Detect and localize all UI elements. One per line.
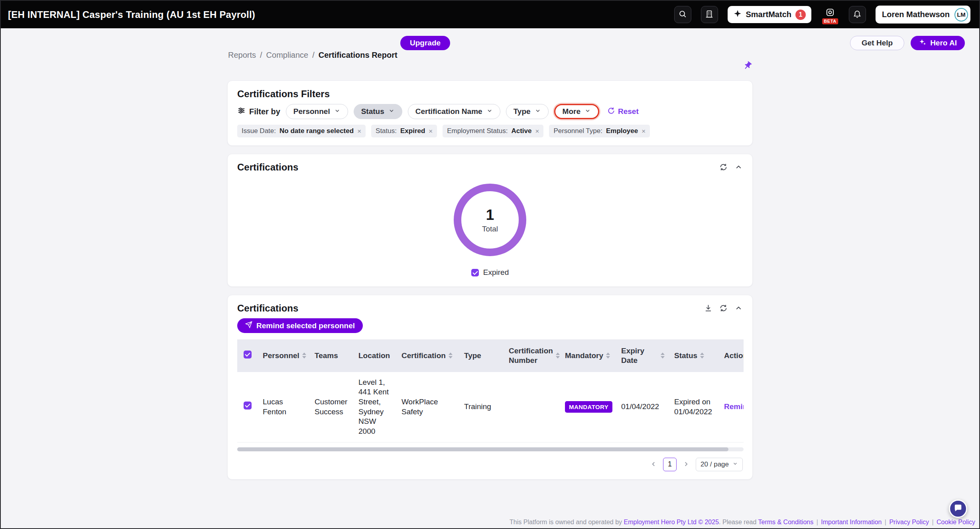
- cell-certification-number: [504, 372, 560, 443]
- filter-by-label: Filter by: [249, 107, 280, 116]
- chart-card-title: Certifications: [237, 162, 298, 172]
- mandatory-badge: MANDATORY: [565, 401, 612, 413]
- chevron-right-icon: [683, 463, 690, 469]
- org-title: [EH INTERNAL] Casper's Training (AU 1st …: [8, 9, 666, 20]
- collapse-button[interactable]: [734, 163, 743, 172]
- filter-more-label: More: [563, 107, 581, 116]
- notifications-button[interactable]: [849, 6, 866, 23]
- previous-page-button[interactable]: [649, 460, 657, 468]
- cell-personnel: Lucas Fenton: [258, 372, 310, 443]
- beta-feature-button[interactable]: BETA: [821, 5, 839, 25]
- cell-certification: WorkPlace Safety: [397, 372, 459, 443]
- footer-cookie-link[interactable]: Cookie Policy: [937, 519, 975, 525]
- hero-ai-button[interactable]: Hero AI: [911, 36, 965, 50]
- breadcrumb-compliance[interactable]: Compliance: [266, 51, 309, 60]
- search-button[interactable]: [674, 6, 691, 23]
- filter-certification-name-button[interactable]: Certification Name: [408, 104, 500, 119]
- table-card-actions: [704, 304, 743, 313]
- scrollbar-thumb[interactable]: [237, 447, 728, 451]
- bell-icon: [853, 10, 862, 20]
- search-icon: [678, 10, 687, 20]
- download-button[interactable]: [704, 304, 712, 313]
- main-content: Certifications Filters Filter by Personn…: [227, 80, 753, 480]
- sort-icon[interactable]: [449, 353, 453, 359]
- active-filter-chips: Issue Date: No date range selected × Sta…: [237, 125, 743, 137]
- filter-type-button[interactable]: Type: [506, 104, 549, 119]
- header-actions: Get Help Hero AI: [850, 36, 965, 50]
- horizontal-scrollbar[interactable]: [237, 447, 744, 451]
- footer-company-link[interactable]: Employment Hero Pty Ltd © 2025: [624, 519, 719, 525]
- footer-important-info-link[interactable]: Important Information: [821, 519, 882, 525]
- building-icon: [705, 10, 714, 20]
- donut-ring: 1 Total: [454, 184, 526, 256]
- page-size-select[interactable]: 20 / page: [696, 458, 743, 471]
- collapse-button[interactable]: [734, 304, 743, 313]
- chip-label: Employment Status:: [447, 127, 508, 135]
- page-number-button[interactable]: 1: [663, 458, 677, 471]
- smartmatch-label: SmartMatch: [746, 10, 791, 19]
- table-header-row: Personnel Teams Location Certification T…: [237, 339, 744, 372]
- filter-status-button[interactable]: Status: [354, 104, 402, 119]
- cell-status: Expired on 01/04/2022: [669, 372, 719, 443]
- filters-card-title: Certifications Filters: [237, 89, 743, 99]
- breadcrumb-current: Certifications Report: [319, 51, 398, 60]
- remind-selected-personnel-button[interactable]: Remind selected personnel: [237, 318, 363, 333]
- page: [EH INTERNAL] Casper's Training (AU 1st …: [0, 0, 980, 529]
- certifications-table-card: Certifications: [227, 295, 753, 480]
- refresh-button[interactable]: [719, 304, 728, 313]
- footer: This Platform is owned and operated by E…: [510, 519, 975, 526]
- footer-privacy-link[interactable]: Privacy Policy: [889, 519, 929, 525]
- remind-row-link[interactable]: Remind: [724, 402, 744, 411]
- column-header-expiry-date[interactable]: Expiry Date: [616, 339, 669, 372]
- column-label: Actions: [724, 351, 744, 360]
- reset-filters-button[interactable]: Reset: [607, 107, 639, 117]
- upgrade-button[interactable]: Upgrade: [400, 36, 450, 50]
- beta-tag: BETA: [822, 18, 838, 24]
- close-icon[interactable]: ×: [429, 128, 433, 135]
- breadcrumb-reports[interactable]: Reports: [228, 51, 256, 60]
- sort-icon[interactable]: [606, 353, 610, 359]
- next-page-button[interactable]: [682, 460, 690, 468]
- column-header-certification-number[interactable]: Certification Number: [504, 339, 560, 372]
- refresh-button[interactable]: [719, 163, 728, 172]
- column-header-certification[interactable]: Certification: [397, 339, 459, 372]
- select-all-checkbox[interactable]: [244, 351, 252, 359]
- column-label: Certification Number: [509, 346, 553, 365]
- close-icon[interactable]: ×: [535, 128, 539, 135]
- column-header-personnel[interactable]: Personnel: [258, 339, 310, 372]
- row-checkbox[interactable]: [244, 402, 252, 409]
- footer-terms-link[interactable]: Terms & Conditions: [758, 519, 814, 525]
- legend-checkbox-expired[interactable]: [471, 269, 479, 276]
- donut-total-label: Total: [482, 225, 498, 233]
- column-header-status[interactable]: Status: [669, 339, 719, 372]
- filter-more-button[interactable]: More: [554, 104, 599, 119]
- sort-icon[interactable]: [556, 353, 560, 359]
- topbar-actions: SmartMatch 1 BETA Loren Mathewson LM: [674, 5, 971, 25]
- get-help-button[interactable]: Get Help: [850, 36, 904, 50]
- table-card-header: Certifications: [237, 303, 743, 313]
- column-label: Expiry Date: [621, 346, 658, 365]
- hero-ai-label: Hero AI: [930, 39, 957, 47]
- sort-icon[interactable]: [302, 353, 306, 359]
- column-header-mandatory[interactable]: Mandatory: [560, 339, 616, 372]
- user-menu-button[interactable]: Loren Mathewson LM: [876, 6, 970, 24]
- chip-issue-date: Issue Date: No date range selected ×: [237, 125, 366, 137]
- company-switcher-button[interactable]: [701, 6, 718, 23]
- chat-launcher-button[interactable]: [949, 500, 967, 518]
- sort-icon[interactable]: [661, 353, 665, 359]
- chevron-left-icon: [650, 463, 657, 469]
- pin-report-button[interactable]: [742, 61, 753, 71]
- refresh-icon: [719, 167, 728, 172]
- chip-label: Status:: [376, 127, 397, 135]
- page-header: Reports / Compliance / Certifications Re…: [1, 28, 979, 80]
- filter-personnel-button[interactable]: Personnel: [286, 104, 348, 119]
- reset-label: Reset: [618, 107, 639, 116]
- smartmatch-button[interactable]: SmartMatch 1: [728, 6, 811, 23]
- sort-icon[interactable]: [700, 353, 704, 359]
- column-header-actions: Actions: [719, 339, 744, 372]
- close-icon[interactable]: ×: [642, 128, 645, 135]
- close-icon[interactable]: ×: [357, 128, 361, 135]
- footer-separator: |: [817, 519, 818, 525]
- chevron-up-icon: [734, 167, 743, 172]
- chip-value: Active: [511, 127, 531, 135]
